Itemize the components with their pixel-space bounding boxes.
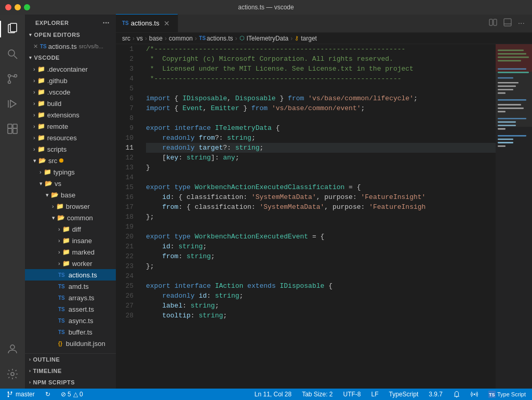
code-content[interactable]: /*--------------------------------------… — [142, 44, 496, 389]
tree-browser[interactable]: › 📁 browser — [25, 201, 116, 212]
bc-interface-icon: ⬡ — [240, 35, 245, 42]
vscode-section[interactable]: ▾ VSCODE — [25, 52, 116, 63]
activity-icon-source-control[interactable] — [0, 66, 25, 91]
tree-arrays-ts[interactable]: TS arrays.ts — [25, 292, 116, 303]
minimap[interactable] — [496, 44, 532, 389]
open-editors-section[interactable]: ▾ OPEN EDITORS — [25, 29, 116, 41]
tree-insane[interactable]: › 📁 insane — [25, 235, 116, 246]
tree-assert-ts[interactable]: TS assert.ts — [25, 303, 116, 315]
bc-base[interactable]: base — [149, 35, 163, 42]
bc-vs[interactable]: vs — [137, 35, 143, 42]
language-item[interactable]: TypeScript — [387, 391, 421, 398]
version-item[interactable]: 3.9.7 — [427, 391, 445, 398]
tree-scripts[interactable]: › 📁 scripts — [25, 143, 116, 155]
svg-rect-43 — [498, 145, 506, 147]
tree-buffer-ts[interactable]: TS buffer.ts — [25, 326, 116, 338]
tree-common[interactable]: ▾ 📂 common — [25, 212, 116, 223]
activity-icon-explorer[interactable] — [0, 17, 25, 42]
bell-item[interactable] — [451, 391, 462, 398]
maximize-button[interactable] — [24, 4, 30, 10]
code-token: target — [198, 143, 223, 153]
line-num-6: 6 — [116, 94, 138, 103]
tree-marked[interactable]: › 📁 marked — [25, 246, 116, 258]
code-token — [146, 251, 162, 261]
line-num-2: 2 — [116, 54, 138, 64]
line-num-3: 3 — [116, 64, 138, 74]
code-line-8 — [146, 113, 496, 123]
tree-vs[interactable]: ▾ 📂 vs — [25, 178, 116, 189]
code-token — [268, 103, 272, 113]
split-editor-icon[interactable] — [488, 17, 498, 30]
errors-item[interactable]: ⊘ 5 △ 0 — [59, 391, 85, 398]
sync-item[interactable]: ↻ — [43, 391, 52, 398]
tree-build[interactable]: › 📁 build — [25, 98, 116, 109]
bc-itelemetry[interactable]: ITelemetryData — [247, 35, 289, 42]
bc-actions-ts[interactable]: actions.ts — [207, 35, 233, 42]
timeline-section[interactable]: › TIMELINE — [25, 365, 116, 377]
tab-close-icon[interactable]: ✕ — [164, 19, 170, 28]
close-button[interactable] — [5, 4, 11, 10]
tree-amd-ts[interactable]: TS amd.ts — [25, 281, 116, 292]
npm-scripts-section[interactable]: › NPM SCRIPTS — [25, 377, 116, 388]
tree-src[interactable]: ▾ 📂 src — [25, 155, 116, 166]
minimize-button[interactable] — [15, 4, 21, 10]
tree-base[interactable]: ▾ 📂 base — [25, 189, 116, 201]
tree-devcontainer[interactable]: › 📁 .devcontainer — [25, 63, 116, 75]
code-token — [170, 182, 175, 192]
activity-icon-run[interactable] — [0, 91, 25, 116]
tab-size-item[interactable]: Tab Size: 2 — [300, 391, 335, 398]
svg-text:TS: TS — [489, 392, 495, 397]
outline-section[interactable]: › OUTLINE — [25, 354, 116, 365]
svg-point-14 — [11, 372, 14, 376]
code-token: type — [175, 182, 191, 192]
bc-common[interactable]: common — [169, 35, 193, 42]
code-token: export — [146, 232, 170, 242]
code-token: { — [324, 281, 332, 291]
traffic-lights — [5, 4, 30, 10]
line-num-14: 14 — [116, 172, 138, 182]
code-token: export — [146, 281, 170, 291]
more-actions-icon[interactable]: ··· — [517, 18, 526, 29]
broadcast-item[interactable] — [469, 391, 480, 398]
code-token: string — [187, 153, 211, 163]
tree-actions-ts[interactable]: TS actions.ts — [25, 269, 116, 281]
toggle-panel-icon[interactable] — [502, 17, 513, 30]
code-token: interface — [175, 123, 211, 133]
svg-rect-10 — [13, 128, 17, 134]
line-col-item[interactable]: Ln 11, Col 28 — [252, 391, 294, 398]
activity-icon-account[interactable] — [0, 337, 25, 362]
explorer-menu-icon[interactable]: ··· — [103, 19, 110, 27]
code-token: ; — [215, 301, 219, 311]
tree-worker[interactable]: › 📁 worker — [25, 258, 116, 269]
encoding-item[interactable]: UTF-8 — [341, 391, 363, 398]
tree-extensions[interactable]: › 📁 extensions — [25, 109, 116, 121]
tree-typings[interactable]: › 📁 typings — [25, 166, 116, 178]
code-token — [146, 242, 162, 251]
ts-file-badge: TS — [58, 305, 66, 313]
tree-vscode-folder[interactable]: › 📁 .vscode — [25, 86, 116, 98]
tree-resources[interactable]: › 📁 resources — [25, 132, 116, 143]
bc-target[interactable]: target — [301, 35, 317, 42]
git-branch-item[interactable]: master — [4, 391, 37, 398]
file-name: assert.ts — [69, 305, 94, 313]
code-token — [304, 94, 308, 103]
tree-remote[interactable]: › 📁 remote — [25, 121, 116, 132]
close-file-icon[interactable]: ✕ — [33, 43, 38, 50]
activity-icon-extensions[interactable] — [0, 116, 25, 141]
tree-diff[interactable]: › 📁 diff — [25, 223, 116, 235]
code-token — [146, 192, 162, 202]
folder-caret: ▾ — [33, 157, 36, 164]
file-name: actions.ts — [69, 271, 97, 279]
tab-actions-ts[interactable]: TS actions.ts ✕ — [116, 14, 178, 32]
code-line-14 — [146, 172, 496, 182]
activity-icon-search[interactable] — [0, 42, 25, 66]
line-ending-item[interactable]: LF — [369, 391, 381, 398]
bc-src[interactable]: src — [122, 35, 130, 42]
code-token: from — [288, 94, 304, 103]
tree-buildunit-json[interactable]: {} buildunit.json — [25, 338, 116, 349]
tree-github[interactable]: › 📁 .github — [25, 75, 116, 86]
tree-async-ts[interactable]: TS async.ts — [25, 315, 116, 326]
open-file-actions-ts[interactable]: ✕ TS actions.ts src/vs/b... — [25, 41, 116, 52]
typescript-item[interactable]: TS Type Script — [486, 391, 528, 398]
activity-icon-settings[interactable] — [0, 362, 25, 386]
